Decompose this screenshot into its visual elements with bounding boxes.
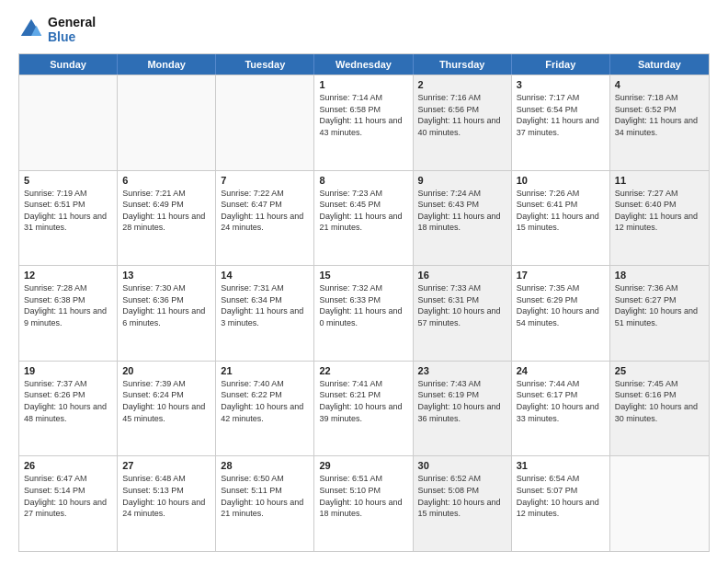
day-info: Sunrise: 7:23 AM Sunset: 6:45 PM Dayligh…	[319, 188, 407, 234]
day-number: 18	[615, 270, 704, 281]
day-number: 20	[122, 365, 210, 376]
day-info: Sunrise: 6:52 AM Sunset: 5:08 PM Dayligh…	[418, 473, 506, 519]
calendar-cell	[19, 75, 118, 170]
day-number: 15	[319, 270, 407, 281]
day-info: Sunrise: 7:39 AM Sunset: 6:24 PM Dayligh…	[122, 378, 210, 424]
calendar-cell	[610, 456, 709, 551]
day-info: Sunrise: 7:40 AM Sunset: 6:22 PM Dayligh…	[221, 378, 309, 424]
day-info: Sunrise: 7:35 AM Sunset: 6:29 PM Dayligh…	[517, 282, 605, 328]
day-info: Sunrise: 7:18 AM Sunset: 6:52 PM Dayligh…	[615, 92, 704, 138]
day-number: 21	[221, 365, 309, 376]
day-number: 16	[418, 270, 506, 281]
day-number: 6	[122, 175, 210, 186]
weekday-header: Thursday	[414, 54, 512, 75]
calendar-cell	[118, 75, 216, 170]
day-info: Sunrise: 7:19 AM Sunset: 6:51 PM Dayligh…	[24, 188, 112, 234]
calendar-cell: 11Sunrise: 7:27 AM Sunset: 6:40 PM Dayli…	[610, 171, 709, 266]
day-number: 7	[221, 175, 309, 186]
calendar-cell: 19Sunrise: 7:37 AM Sunset: 6:26 PM Dayli…	[19, 362, 118, 456]
header: General Blue	[18, 15, 710, 44]
calendar-cell: 1Sunrise: 7:14 AM Sunset: 6:58 PM Daylig…	[314, 75, 413, 170]
page: General Blue SundayMondayTuesdayWednesda…	[0, 0, 728, 563]
logo-icon	[18, 17, 44, 42]
calendar-row: 1Sunrise: 7:14 AM Sunset: 6:58 PM Daylig…	[19, 75, 709, 170]
weekday-header: Friday	[512, 54, 610, 75]
calendar-row: 19Sunrise: 7:37 AM Sunset: 6:26 PM Dayli…	[19, 361, 709, 456]
calendar-cell: 29Sunrise: 6:51 AM Sunset: 5:10 PM Dayli…	[314, 456, 413, 551]
day-number: 12	[24, 270, 112, 281]
day-number: 14	[221, 270, 309, 281]
calendar-cell: 28Sunrise: 6:50 AM Sunset: 5:11 PM Dayli…	[216, 456, 314, 551]
calendar-cell: 17Sunrise: 7:35 AM Sunset: 6:29 PM Dayli…	[512, 266, 610, 361]
day-number: 24	[517, 365, 605, 376]
day-info: Sunrise: 7:41 AM Sunset: 6:21 PM Dayligh…	[319, 378, 407, 424]
day-info: Sunrise: 7:33 AM Sunset: 6:31 PM Dayligh…	[418, 282, 506, 328]
calendar-row: 5Sunrise: 7:19 AM Sunset: 6:51 PM Daylig…	[19, 170, 709, 266]
day-info: Sunrise: 7:14 AM Sunset: 6:58 PM Dayligh…	[319, 92, 407, 138]
calendar-cell: 22Sunrise: 7:41 AM Sunset: 6:21 PM Dayli…	[314, 362, 413, 456]
day-info: Sunrise: 7:31 AM Sunset: 6:34 PM Dayligh…	[221, 282, 309, 328]
weekday-header: Saturday	[610, 54, 709, 75]
weekday-header: Wednesday	[314, 54, 413, 75]
day-info: Sunrise: 7:36 AM Sunset: 6:27 PM Dayligh…	[615, 282, 704, 328]
day-number: 3	[517, 79, 605, 90]
logo-text: General Blue	[48, 15, 96, 44]
day-info: Sunrise: 7:45 AM Sunset: 6:16 PM Dayligh…	[615, 378, 704, 424]
day-info: Sunrise: 7:27 AM Sunset: 6:40 PM Dayligh…	[615, 188, 704, 234]
day-number: 4	[615, 79, 704, 90]
day-info: Sunrise: 6:50 AM Sunset: 5:11 PM Dayligh…	[221, 473, 309, 519]
day-info: Sunrise: 6:51 AM Sunset: 5:10 PM Dayligh…	[319, 473, 407, 519]
day-number: 1	[319, 79, 407, 90]
day-number: 25	[615, 365, 704, 376]
calendar-cell: 14Sunrise: 7:31 AM Sunset: 6:34 PM Dayli…	[216, 266, 314, 361]
calendar-cell: 2Sunrise: 7:16 AM Sunset: 6:56 PM Daylig…	[414, 75, 512, 170]
calendar-cell: 16Sunrise: 7:33 AM Sunset: 6:31 PM Dayli…	[414, 266, 512, 361]
day-number: 27	[122, 460, 210, 471]
weekday-header: Sunday	[19, 54, 118, 75]
calendar-cell: 7Sunrise: 7:22 AM Sunset: 6:47 PM Daylig…	[216, 171, 314, 266]
calendar-row: 12Sunrise: 7:28 AM Sunset: 6:38 PM Dayli…	[19, 265, 709, 361]
day-number: 23	[418, 365, 506, 376]
logo: General Blue	[18, 15, 96, 44]
calendar-cell: 9Sunrise: 7:24 AM Sunset: 6:43 PM Daylig…	[414, 171, 512, 266]
day-info: Sunrise: 6:54 AM Sunset: 5:07 PM Dayligh…	[517, 473, 605, 519]
calendar-cell: 25Sunrise: 7:45 AM Sunset: 6:16 PM Dayli…	[610, 362, 709, 456]
day-number: 19	[24, 365, 112, 376]
day-number: 30	[418, 460, 506, 471]
day-info: Sunrise: 7:16 AM Sunset: 6:56 PM Dayligh…	[418, 92, 506, 138]
day-info: Sunrise: 7:24 AM Sunset: 6:43 PM Dayligh…	[418, 188, 506, 234]
calendar-cell: 30Sunrise: 6:52 AM Sunset: 5:08 PM Dayli…	[414, 456, 512, 551]
calendar-cell: 21Sunrise: 7:40 AM Sunset: 6:22 PM Dayli…	[216, 362, 314, 456]
calendar: SundayMondayTuesdayWednesdayThursdayFrid…	[18, 53, 710, 552]
weekday-header: Monday	[118, 54, 216, 75]
day-info: Sunrise: 6:48 AM Sunset: 5:13 PM Dayligh…	[122, 473, 210, 519]
day-number: 26	[24, 460, 112, 471]
calendar-body: 1Sunrise: 7:14 AM Sunset: 6:58 PM Daylig…	[19, 75, 709, 551]
day-info: Sunrise: 7:30 AM Sunset: 6:36 PM Dayligh…	[122, 282, 210, 328]
calendar-cell: 12Sunrise: 7:28 AM Sunset: 6:38 PM Dayli…	[19, 266, 118, 361]
day-number: 11	[615, 175, 704, 186]
day-info: Sunrise: 7:17 AM Sunset: 6:54 PM Dayligh…	[517, 92, 605, 138]
calendar-cell: 15Sunrise: 7:32 AM Sunset: 6:33 PM Dayli…	[314, 266, 413, 361]
day-number: 10	[517, 175, 605, 186]
calendar-cell: 10Sunrise: 7:26 AM Sunset: 6:41 PM Dayli…	[512, 171, 610, 266]
day-info: Sunrise: 7:37 AM Sunset: 6:26 PM Dayligh…	[24, 378, 112, 424]
calendar-cell: 4Sunrise: 7:18 AM Sunset: 6:52 PM Daylig…	[610, 75, 709, 170]
day-info: Sunrise: 7:22 AM Sunset: 6:47 PM Dayligh…	[221, 188, 309, 234]
calendar-cell: 23Sunrise: 7:43 AM Sunset: 6:19 PM Dayli…	[414, 362, 512, 456]
day-info: Sunrise: 7:26 AM Sunset: 6:41 PM Dayligh…	[517, 188, 605, 234]
day-info: Sunrise: 7:44 AM Sunset: 6:17 PM Dayligh…	[517, 378, 605, 424]
day-info: Sunrise: 7:32 AM Sunset: 6:33 PM Dayligh…	[319, 282, 407, 328]
day-info: Sunrise: 7:21 AM Sunset: 6:49 PM Dayligh…	[122, 188, 210, 234]
day-number: 17	[517, 270, 605, 281]
day-number: 31	[517, 460, 605, 471]
calendar-header: SundayMondayTuesdayWednesdayThursdayFrid…	[19, 54, 709, 75]
day-number: 8	[319, 175, 407, 186]
day-number: 2	[418, 79, 506, 90]
calendar-cell: 13Sunrise: 7:30 AM Sunset: 6:36 PM Dayli…	[118, 266, 216, 361]
calendar-row: 26Sunrise: 6:47 AM Sunset: 5:14 PM Dayli…	[19, 455, 709, 551]
calendar-cell: 5Sunrise: 7:19 AM Sunset: 6:51 PM Daylig…	[19, 171, 118, 266]
calendar-cell: 8Sunrise: 7:23 AM Sunset: 6:45 PM Daylig…	[314, 171, 413, 266]
day-number: 22	[319, 365, 407, 376]
day-number: 9	[418, 175, 506, 186]
